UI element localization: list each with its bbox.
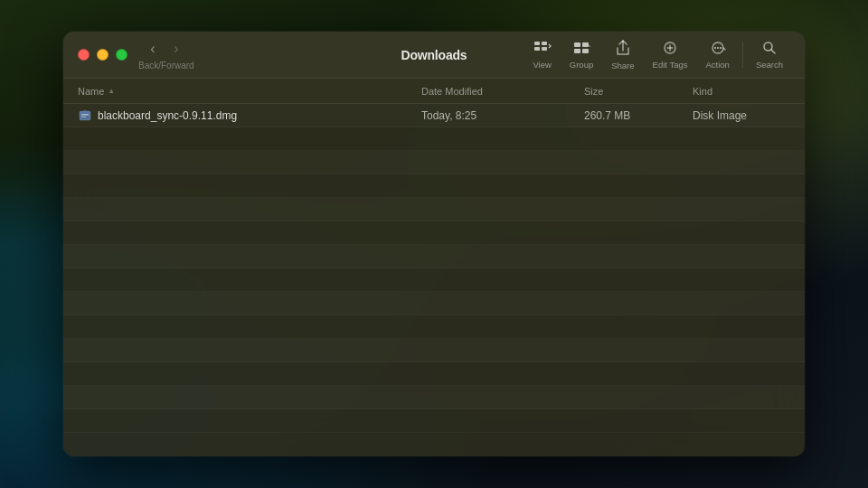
forward-button[interactable]: › bbox=[165, 39, 188, 59]
svg-rect-6 bbox=[574, 49, 580, 53]
empty-row bbox=[63, 198, 805, 221]
search-button[interactable]: Search bbox=[749, 37, 790, 73]
svg-point-14 bbox=[720, 47, 722, 49]
empty-row bbox=[63, 151, 805, 174]
empty-row bbox=[63, 315, 805, 339]
file-icon bbox=[78, 108, 92, 123]
share-icon bbox=[616, 40, 630, 59]
file-date: Today, 8:25 bbox=[421, 109, 584, 122]
traffic-lights bbox=[78, 49, 127, 61]
group-icon bbox=[572, 41, 590, 58]
svg-rect-2 bbox=[534, 47, 540, 51]
file-size: 260.7 MB bbox=[584, 109, 693, 122]
empty-row bbox=[63, 409, 805, 433]
column-header-kind[interactable]: Kind bbox=[693, 86, 790, 97]
back-icon: ‹ bbox=[150, 41, 155, 57]
group-button[interactable]: Group bbox=[562, 37, 600, 73]
maximize-button[interactable] bbox=[116, 49, 127, 61]
sort-arrow: ▲ bbox=[108, 87, 115, 95]
search-icon bbox=[762, 41, 777, 58]
empty-row bbox=[63, 386, 805, 409]
svg-rect-4 bbox=[574, 42, 580, 47]
share-label: Share bbox=[611, 61, 634, 70]
empty-row bbox=[63, 362, 805, 386]
nav-label: Back/Forward bbox=[138, 61, 194, 70]
title-bar: ‹ › Back/Forward Downloads bbox=[63, 32, 805, 79]
search-label: Search bbox=[756, 60, 783, 70]
navigation-group: ‹ › Back/Forward bbox=[135, 39, 194, 70]
edit-tags-button[interactable]: Edit Tags bbox=[646, 37, 695, 73]
edit-tags-icon bbox=[662, 41, 678, 58]
column-headers: Name ▲ Date Modified Size Kind bbox=[63, 79, 805, 104]
action-icon bbox=[709, 41, 727, 58]
empty-row bbox=[63, 127, 805, 151]
svg-rect-3 bbox=[542, 47, 547, 51]
svg-rect-19 bbox=[81, 116, 86, 117]
svg-rect-5 bbox=[582, 42, 589, 47]
finder-window: ‹ › Back/Forward Downloads bbox=[63, 32, 805, 456]
edit-tags-label: Edit Tags bbox=[653, 60, 688, 70]
toolbar: View Group bbox=[525, 36, 790, 74]
empty-row bbox=[63, 221, 805, 245]
empty-row bbox=[63, 268, 805, 292]
empty-row bbox=[63, 292, 805, 315]
forward-icon: › bbox=[174, 41, 178, 57]
empty-row bbox=[63, 339, 805, 362]
svg-rect-7 bbox=[582, 49, 589, 53]
action-label: Action bbox=[705, 60, 729, 70]
share-button[interactable]: Share bbox=[604, 36, 641, 74]
view-icon bbox=[533, 41, 552, 58]
svg-rect-18 bbox=[81, 114, 89, 116]
column-header-name[interactable]: Name ▲ bbox=[78, 86, 421, 97]
empty-row bbox=[63, 174, 805, 198]
view-label: View bbox=[533, 60, 551, 70]
file-list: blackboard_sync-0.9.11.dmg Today, 8:25 2… bbox=[63, 104, 805, 456]
file-name: blackboard_sync-0.9.11.dmg bbox=[98, 109, 421, 122]
toolbar-divider bbox=[742, 42, 743, 68]
table-row[interactable]: blackboard_sync-0.9.11.dmg Today, 8:25 2… bbox=[63, 104, 805, 127]
svg-point-12 bbox=[714, 47, 716, 49]
svg-point-13 bbox=[717, 47, 719, 49]
back-button[interactable]: ‹ bbox=[141, 39, 165, 59]
window-title: Downloads bbox=[401, 48, 467, 62]
svg-line-16 bbox=[771, 50, 775, 53]
view-button[interactable]: View bbox=[525, 37, 558, 73]
column-header-date[interactable]: Date Modified bbox=[421, 86, 584, 97]
close-button[interactable] bbox=[78, 49, 90, 61]
file-kind: Disk Image bbox=[693, 109, 790, 122]
group-label: Group bbox=[570, 60, 593, 70]
column-header-size[interactable]: Size bbox=[584, 86, 693, 97]
action-button[interactable]: Action bbox=[698, 37, 736, 73]
empty-row bbox=[63, 245, 805, 268]
minimize-button[interactable] bbox=[97, 49, 108, 61]
svg-rect-1 bbox=[542, 42, 547, 45]
svg-rect-0 bbox=[534, 42, 540, 45]
